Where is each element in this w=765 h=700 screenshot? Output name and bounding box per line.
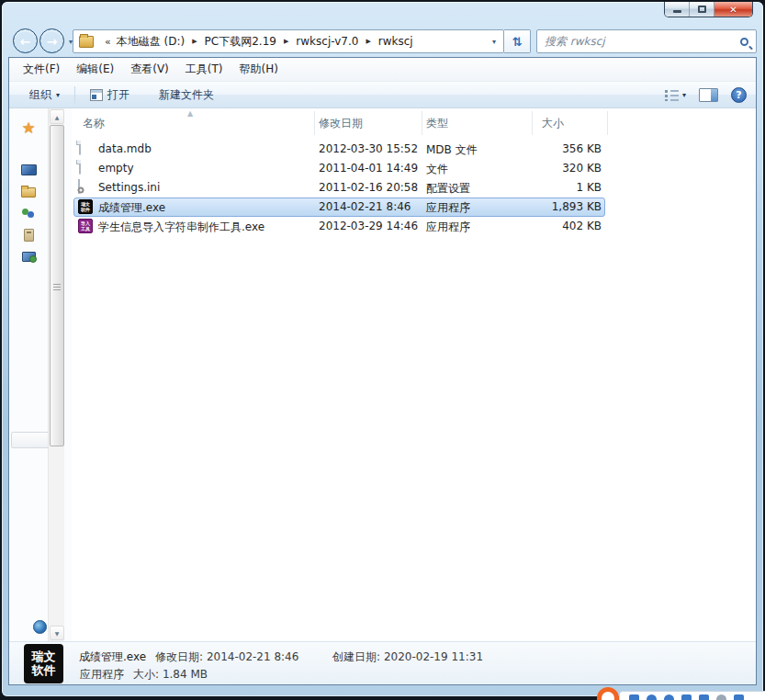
emoji-icon[interactable]: [664, 694, 674, 700]
file-name: data.mdb: [98, 142, 152, 155]
breadcrumb-item-drive[interactable]: 本地磁盘 (D:): [117, 34, 185, 50]
menu-tools[interactable]: 工具(T): [177, 59, 231, 80]
navigation-pane: ★ ▾ ▲ ▼: [9, 108, 72, 641]
breadcrumb-item-pcxiazai[interactable]: PC下载网2.19: [205, 34, 276, 50]
file-type: 文件: [426, 162, 448, 177]
breadcrumb-separator-icon[interactable]: ▶: [192, 38, 197, 45]
half-width-icon[interactable]: [647, 694, 657, 700]
file-date: 2011-02-16 20:58: [319, 181, 418, 194]
help-button[interactable]: ?: [731, 87, 747, 103]
change-view-button[interactable]: ▾: [665, 89, 686, 101]
sidebar-item-desktop[interactable]: [9, 162, 48, 178]
list-view-icon: [665, 89, 679, 101]
search-icon: [740, 38, 748, 46]
column-headers: ▲ 名称 修改日期 类型 大小: [72, 111, 756, 135]
file-name: Settings.ini: [98, 181, 160, 194]
details-created: 创建日期: 2020-02-19 11:31: [332, 649, 483, 665]
column-divider[interactable]: [607, 111, 608, 135]
file-type: 应用程序: [426, 200, 470, 216]
keyboard-icon[interactable]: [699, 694, 709, 700]
menu-view[interactable]: 查看(V): [122, 59, 177, 80]
sidebar-item-homegroup[interactable]: [9, 205, 48, 221]
input-mode-icon[interactable]: [629, 694, 639, 700]
menu-help[interactable]: 帮助(H): [231, 59, 287, 80]
column-header-name[interactable]: 名称: [83, 116, 105, 131]
details-pane: 瑞文 软件 成绩管理.exe 修改日期: 2014-02-21 8:46 创建日…: [9, 641, 756, 684]
column-header-date[interactable]: 修改日期: [319, 116, 363, 131]
sidebar-item-favorites[interactable]: ★: [9, 119, 48, 136]
ruiwen-app-badge-icon: 瑞文 软件: [24, 644, 63, 683]
maximize-button[interactable]: [690, 2, 714, 17]
preview-pane-button[interactable]: [699, 88, 718, 102]
column-divider[interactable]: [532, 111, 533, 135]
scroll-up-button[interactable]: ▲: [50, 109, 64, 124]
scroll-down-button[interactable]: ▼: [50, 626, 64, 640]
column-header-size[interactable]: 大小: [542, 116, 564, 131]
computer-icon: [24, 229, 34, 242]
forward-button[interactable]: →: [39, 28, 64, 53]
sogou-logo-icon[interactable]: [597, 687, 619, 700]
file-name: 学生信息导入字符串制作工具.exe: [98, 220, 264, 235]
breadcrumb-item-rwkscj[interactable]: rwkscj: [378, 35, 413, 48]
globe-icon[interactable]: [33, 620, 47, 634]
ime-toolbar[interactable]: [619, 691, 765, 700]
close-icon: ✕: [729, 5, 737, 15]
minimize-button[interactable]: [665, 2, 690, 17]
refresh-button[interactable]: ⇅: [504, 29, 531, 53]
address-bar[interactable]: « 本地磁盘 (D:) ▶ PC下载网2.19 ▶ rwkscj-v7.0 ▶ …: [73, 29, 504, 53]
refresh-icon: ⇅: [512, 35, 523, 49]
chevron-down-icon: ▾: [682, 91, 686, 99]
column-divider[interactable]: [422, 111, 422, 135]
breadcrumb-separator-icon[interactable]: ▶: [366, 38, 370, 45]
column-header-type[interactable]: 类型: [426, 116, 448, 131]
file-row-import-tool[interactable]: 导入工具 学生信息导入字符串制作工具.exe 2012-03-29 14:46 …: [72, 217, 756, 236]
document-icon: [78, 161, 93, 175]
badge-text-2: 软件: [32, 664, 56, 678]
size-value: 1.84 MB: [163, 668, 208, 681]
search-input[interactable]: 搜索 rwkscj: [536, 29, 757, 53]
homegroup-icon: [22, 208, 35, 219]
file-row-data-mdb[interactable]: data.mdb 2012-03-30 15:52 MDB 文件 356 KB: [72, 140, 756, 159]
column-divider[interactable]: [314, 111, 315, 135]
address-dropdown-icon[interactable]: ▾: [489, 38, 500, 46]
menu-edit[interactable]: 编辑(E): [68, 59, 122, 80]
breadcrumb-item-rwkscj-v7[interactable]: rwkscj-v7.0: [296, 35, 358, 48]
close-button[interactable]: ✕: [714, 2, 752, 17]
menu-file[interactable]: 文件(F): [15, 59, 68, 80]
pen-icon[interactable]: [681, 694, 692, 700]
file-row-empty[interactable]: empty 2011-04-01 14:49 文件 320 KB: [72, 159, 756, 178]
organize-button[interactable]: 组织 ▾: [22, 84, 67, 107]
open-button[interactable]: 打开: [83, 84, 137, 107]
document-icon: [78, 141, 93, 156]
pane-section-divider[interactable]: [11, 432, 51, 448]
sidebar-item-network[interactable]: [9, 248, 48, 265]
toolbox-icon[interactable]: [734, 694, 744, 700]
file-size: 402 KB: [532, 220, 602, 232]
file-date: 2014-02-21 8:46: [319, 200, 411, 213]
file-row-chengjiguanli-selected[interactable]: 瑞文软件 成绩管理.exe 2014-02-21 8:46 应用程序 1,893…: [72, 198, 756, 217]
explorer-window: 文件(F) 编辑(E) 查看(V) 工具(T) 帮助(H) 组织 ▾ 打开 新建…: [8, 57, 757, 685]
sidebar-item-computer[interactable]: [9, 227, 48, 243]
breadcrumb-overflow-chevron[interactable]: «: [105, 36, 111, 48]
file-size: 320 KB: [532, 162, 602, 175]
sidebar-item-libraries[interactable]: [9, 184, 48, 200]
file-name: 成绩管理.exe: [98, 200, 165, 216]
file-date: 2011-04-01 14:49: [319, 162, 418, 175]
file-size: 1 KB: [532, 181, 602, 194]
ime-toolbar-overlay: [597, 687, 765, 700]
import-tool-app-icon: 导入工具: [78, 219, 93, 233]
folder-icon: [79, 36, 94, 48]
file-row-settings-ini[interactable]: Settings.ini 2011-02-16 20:58 配置设置 1 KB: [72, 178, 756, 198]
file-date: 2012-03-29 14:46: [319, 220, 418, 232]
new-folder-button[interactable]: 新建文件夹: [152, 84, 221, 107]
back-button[interactable]: ←: [13, 28, 38, 53]
file-type: 配置设置: [426, 181, 470, 197]
created-label: 创建日期:: [332, 650, 380, 663]
libraries-icon: [21, 187, 36, 198]
file-size: 1,893 KB: [532, 200, 602, 213]
created-value: 2020-02-19 11:31: [384, 650, 483, 663]
scrollbar-thumb[interactable]: [50, 125, 64, 446]
mic-icon[interactable]: [716, 694, 726, 700]
navigation-pane-scrollbar[interactable]: ▲ ▼: [48, 108, 64, 641]
breadcrumb-separator-icon[interactable]: ▶: [284, 38, 288, 45]
